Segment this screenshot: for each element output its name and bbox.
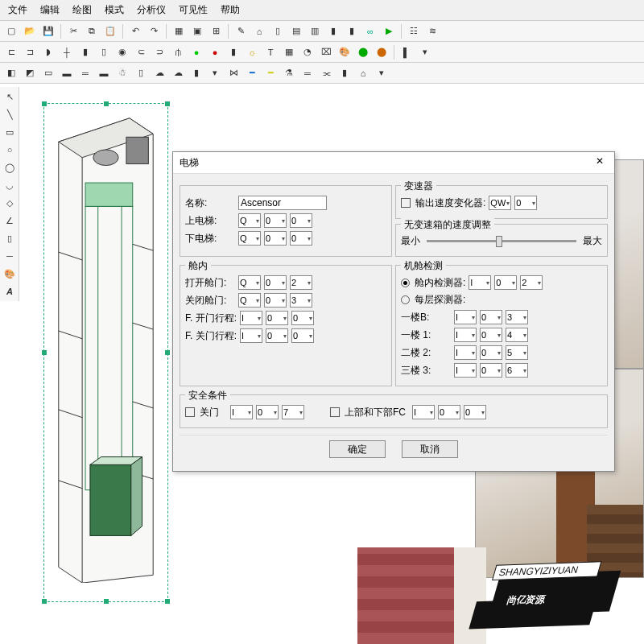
- fclose-0[interactable]: 0: [266, 328, 288, 343]
- dc-i[interactable]: I: [469, 275, 491, 290]
- gear-0-spin[interactable]: 0: [514, 196, 537, 210]
- speed-slider[interactable]: [427, 240, 576, 242]
- hline-icon[interactable]: ─: [2, 248, 18, 264]
- traffic-icon[interactable]: ▮: [225, 44, 242, 60]
- chk-top-bottom-fc[interactable]: [330, 407, 340, 417]
- up-q-spin[interactable]: Q: [238, 213, 261, 228]
- obj1-icon[interactable]: ◧: [3, 65, 19, 81]
- down-0b-spin[interactable]: 0: [290, 231, 312, 246]
- down-0-spin[interactable]: 0: [264, 231, 287, 246]
- paste-icon[interactable]: 📋: [102, 23, 118, 39]
- cancel-button[interactable]: 取消: [402, 440, 458, 458]
- bowtie-icon[interactable]: ⋈: [225, 65, 242, 81]
- f1-4[interactable]: 4: [506, 328, 528, 342]
- f3-0[interactable]: 0: [480, 363, 502, 378]
- f3-i[interactable]: I: [454, 363, 477, 378]
- line-icon[interactable]: ╲: [2, 106, 18, 122]
- stack-icon[interactable]: ▤: [288, 23, 304, 39]
- arc-icon[interactable]: ◡: [2, 177, 18, 193]
- bars-icon[interactable]: ▮: [336, 65, 353, 81]
- pencil-icon[interactable]: ✎: [233, 23, 249, 39]
- flip-icon[interactable]: ⊐: [22, 44, 38, 60]
- fb-0[interactable]: 0: [480, 310, 502, 324]
- dc-0[interactable]: 0: [494, 275, 517, 290]
- cg-7[interactable]: 7: [282, 405, 304, 419]
- module2-icon[interactable]: ▮: [344, 23, 360, 39]
- arduino-icon[interactable]: ∞: [362, 23, 378, 39]
- cg-i[interactable]: I: [230, 405, 253, 419]
- tb-0[interactable]: 0: [438, 405, 460, 419]
- plus-icon[interactable]: ┼: [59, 44, 75, 60]
- snap-icon[interactable]: ▣: [189, 23, 205, 39]
- open-0[interactable]: 0: [264, 275, 287, 290]
- cursor-icon[interactable]: ↖: [2, 89, 18, 105]
- elevator-shaft-object[interactable]: [43, 103, 168, 602]
- graph-icon[interactable]: ≋: [424, 23, 440, 39]
- fopen-0[interactable]: 0: [266, 311, 288, 325]
- pump-icon[interactable]: ☁: [151, 65, 167, 81]
- up-0b-spin[interactable]: 0: [290, 213, 312, 228]
- panel-icon[interactable]: ▦: [281, 44, 297, 60]
- dc-2[interactable]: 2: [520, 275, 543, 290]
- led-green-icon[interactable]: ●: [188, 44, 204, 60]
- close-q[interactable]: Q: [238, 293, 261, 308]
- gear-checkbox[interactable]: [401, 198, 411, 208]
- f2-5[interactable]: 5: [506, 345, 528, 360]
- f2-0[interactable]: 0: [480, 345, 502, 360]
- menu-file[interactable]: 文件: [3, 2, 32, 19]
- menu-edit[interactable]: 编辑: [35, 2, 64, 19]
- fb-3[interactable]: 3: [506, 310, 528, 324]
- end-dropdown-icon[interactable]: ▾: [374, 65, 390, 81]
- rail-icon[interactable]: ═: [77, 65, 93, 81]
- close-0[interactable]: 0: [264, 293, 287, 308]
- down-q-spin[interactable]: Q: [238, 231, 261, 246]
- name-input[interactable]: [238, 196, 327, 210]
- ok-button[interactable]: 确定: [329, 440, 386, 458]
- close-icon[interactable]: ✕: [592, 155, 608, 170]
- menu-help[interactable]: 帮助: [216, 2, 245, 19]
- segment-icon[interactable]: ▬: [96, 65, 112, 81]
- equals-icon[interactable]: ═: [299, 65, 316, 81]
- wire-icon[interactable]: ⊏: [3, 44, 19, 60]
- dropdown2-icon[interactable]: ▾: [207, 65, 223, 81]
- palette-icon[interactable]: 🎨: [336, 44, 353, 60]
- up-0-spin[interactable]: 0: [264, 213, 287, 228]
- conveyor-icon[interactable]: ▬: [59, 65, 75, 81]
- switch-icon[interactable]: ⫛: [170, 44, 186, 60]
- dropdown-icon[interactable]: ▾: [417, 44, 433, 60]
- relay-icon[interactable]: ⊃: [151, 44, 167, 60]
- open-icon[interactable]: 📂: [22, 23, 38, 39]
- text2-icon[interactable]: A: [2, 283, 18, 299]
- dash-blue-icon[interactable]: ━: [244, 65, 260, 81]
- menu-visibility[interactable]: 可见性: [174, 2, 213, 19]
- menu-draw[interactable]: 绘图: [68, 2, 97, 19]
- window-icon[interactable]: ⊞: [208, 23, 224, 39]
- grid-icon[interactable]: ▦: [171, 23, 187, 39]
- round-icon[interactable]: ◯: [2, 159, 18, 175]
- flask-icon[interactable]: ⚗: [281, 65, 297, 81]
- gauge-icon[interactable]: ◔: [299, 44, 316, 60]
- bar-icon[interactable]: ▯: [2, 230, 18, 246]
- device-icon[interactable]: ⌂: [251, 23, 267, 39]
- close-3[interactable]: 3: [290, 293, 312, 308]
- f1-0[interactable]: 0: [480, 328, 502, 342]
- f2-i[interactable]: I: [454, 345, 477, 360]
- fopen-i[interactable]: I: [240, 311, 262, 325]
- robot-icon[interactable]: ☃: [114, 65, 130, 81]
- menu-analyzer[interactable]: 分析仪: [132, 2, 171, 19]
- tank-icon[interactable]: ▯: [133, 65, 149, 81]
- house-icon[interactable]: ⌂: [355, 65, 371, 81]
- tb-i[interactable]: I: [412, 405, 435, 419]
- angle-icon[interactable]: ∠: [2, 213, 18, 229]
- cg-0[interactable]: 0: [256, 405, 279, 419]
- half-icon[interactable]: ◗: [40, 44, 56, 60]
- fclose-i[interactable]: I: [240, 328, 262, 343]
- f1-i[interactable]: I: [454, 328, 477, 342]
- contact-icon[interactable]: ⊂: [133, 44, 149, 60]
- fb-i[interactable]: I: [454, 310, 477, 324]
- play-icon[interactable]: ▶: [381, 23, 397, 39]
- tb-0b[interactable]: 0: [464, 405, 486, 419]
- radio-cabin-detector[interactable]: [401, 279, 410, 287]
- level-icon[interactable]: ▌: [398, 44, 415, 60]
- coil-icon[interactable]: ◉: [114, 44, 130, 60]
